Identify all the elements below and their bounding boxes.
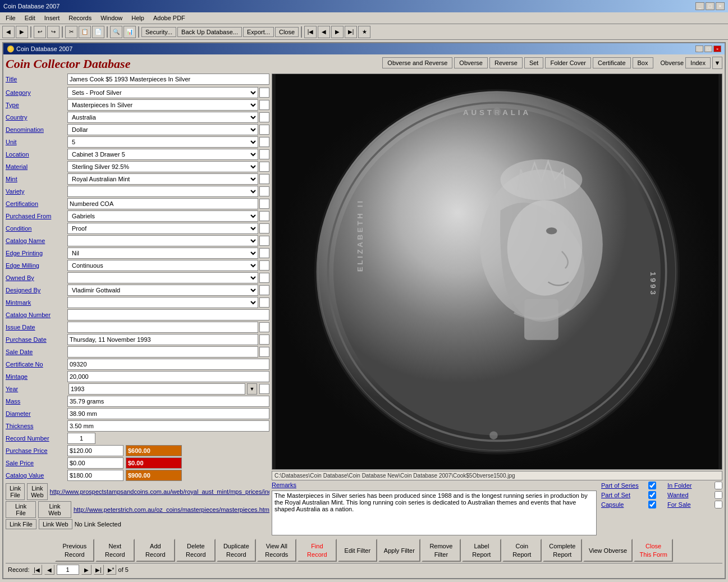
purchase-price-input2[interactable] bbox=[126, 445, 182, 456]
category-label[interactable]: Category bbox=[6, 89, 67, 96]
close-os-btn[interactable]: × bbox=[716, 2, 725, 10]
unit-check[interactable] bbox=[259, 137, 269, 147]
nav-next-btn[interactable]: ▶ bbox=[331, 26, 344, 38]
tab-folder-cover[interactable]: Folder Cover bbox=[545, 57, 591, 68]
type-select[interactable]: Masterpieces In Silver bbox=[67, 99, 258, 111]
menu-window[interactable]: Window bbox=[97, 13, 126, 22]
app-close-btn[interactable]: × bbox=[713, 45, 721, 52]
issue-date-input[interactable] bbox=[67, 322, 258, 333]
mass-label[interactable]: Mass bbox=[6, 398, 67, 405]
toolbar-btn-6[interactable]: 📋 bbox=[79, 26, 91, 38]
material-label[interactable]: Material bbox=[6, 163, 67, 170]
mass-input[interactable] bbox=[67, 396, 269, 407]
purchase-date-check[interactable] bbox=[259, 334, 269, 345]
denomination-check[interactable] bbox=[259, 125, 269, 135]
nav-first-btn[interactable]: |◀ bbox=[304, 26, 317, 38]
diameter-input[interactable] bbox=[67, 408, 269, 419]
tab-set[interactable]: Set bbox=[524, 57, 544, 68]
sale-date-input[interactable] bbox=[67, 346, 258, 358]
toolbar-btn-2[interactable]: ▶ bbox=[16, 26, 28, 38]
category-check[interactable] bbox=[259, 88, 269, 98]
issue-date-check[interactable] bbox=[259, 322, 269, 332]
mint-check[interactable] bbox=[259, 174, 269, 184]
menu-edit[interactable]: Edit bbox=[21, 13, 39, 22]
tab-certificate[interactable]: Certificate bbox=[593, 57, 631, 68]
wanted-label[interactable]: Wanted bbox=[667, 492, 712, 498]
apply-filter-btn[interactable]: Apply Filter bbox=[378, 539, 420, 562]
location-label[interactable]: Location bbox=[6, 151, 67, 158]
menu-adobe[interactable]: Adobe PDF bbox=[150, 13, 189, 22]
title-input[interactable] bbox=[67, 74, 269, 85]
mint-label[interactable]: Mint bbox=[6, 176, 67, 182]
tab-obverse-reverse[interactable]: Obverse and Reverse bbox=[382, 57, 452, 68]
year-input[interactable] bbox=[68, 383, 245, 395]
thickness-label[interactable]: Thickness bbox=[6, 423, 67, 429]
year-dropdown[interactable]: ▼ bbox=[247, 383, 257, 395]
sale-date-check[interactable] bbox=[259, 347, 269, 357]
remove-filter-btn[interactable]: RemoveFilter bbox=[422, 539, 461, 562]
purchased-from-check[interactable] bbox=[259, 211, 269, 221]
title-label[interactable]: Title bbox=[6, 76, 67, 83]
purchase-date-label[interactable]: Purchase Date bbox=[6, 336, 67, 343]
catalog-value-input2[interactable] bbox=[126, 470, 182, 481]
capsule-label[interactable]: Capsule bbox=[601, 501, 646, 508]
condition-check[interactable] bbox=[259, 223, 269, 233]
add-record-btn[interactable]: AddRecord bbox=[136, 539, 175, 562]
remarks-label[interactable]: Remarks bbox=[272, 482, 296, 488]
link-web-btn-3[interactable]: Link Web bbox=[39, 519, 72, 529]
part-of-series-check[interactable] bbox=[648, 482, 656, 489]
sale-date-label[interactable]: Sale Date bbox=[6, 349, 67, 355]
toolbar-btn-1[interactable]: ◀ bbox=[2, 26, 15, 38]
sale-price-label[interactable]: Sale Price bbox=[6, 460, 67, 466]
category-select[interactable]: Sets - Proof Silver bbox=[67, 87, 258, 98]
edge-printing-label[interactable]: Edge Printing bbox=[6, 250, 67, 256]
link-file-btn-2[interactable]: Link File bbox=[6, 501, 36, 518]
condition-label[interactable]: Condition bbox=[6, 225, 67, 232]
certification-input[interactable] bbox=[67, 198, 258, 209]
catalog-number-input[interactable] bbox=[67, 309, 269, 320]
link-web-btn-1[interactable]: Link Web bbox=[27, 483, 47, 500]
app-maximize-btn[interactable]: □ bbox=[704, 45, 712, 52]
nav-last-btn[interactable]: ▶| bbox=[345, 26, 357, 38]
certification-check[interactable] bbox=[259, 199, 269, 209]
country-select[interactable]: Australia bbox=[67, 112, 258, 123]
certificate-no-label[interactable]: Certificate No bbox=[6, 361, 67, 368]
view-all-records-btn[interactable]: View AllRecords bbox=[257, 539, 296, 562]
toolbar-btn-5[interactable]: ✂ bbox=[65, 26, 77, 38]
backup-btn[interactable]: Back Up Database... bbox=[177, 27, 242, 37]
minimize-btn[interactable]: _ bbox=[695, 2, 704, 10]
toolbar-btn-7[interactable]: 📄 bbox=[92, 26, 104, 38]
purchased-from-label[interactable]: Purchased From bbox=[6, 213, 67, 219]
app-minimize-btn[interactable]: _ bbox=[695, 45, 703, 52]
in-folder-check[interactable] bbox=[715, 482, 722, 489]
mintage-input[interactable] bbox=[67, 371, 269, 382]
tab-obverse[interactable]: Obverse bbox=[454, 57, 488, 68]
export-btn[interactable]: Export... bbox=[243, 27, 274, 37]
unit-select[interactable]: 5 bbox=[67, 136, 258, 148]
record-nav-new[interactable]: ▶* bbox=[106, 565, 116, 575]
material-check[interactable] bbox=[259, 162, 269, 172]
issue-date-label[interactable]: Issue Date bbox=[6, 324, 67, 331]
next-record-btn[interactable]: NextRecord bbox=[95, 539, 135, 562]
edge-milling-label[interactable]: Edge Milling bbox=[6, 262, 67, 269]
variety-label[interactable]: Variety bbox=[6, 188, 67, 195]
catalog-number-label[interactable]: Catalog Number bbox=[6, 311, 67, 318]
security-btn[interactable]: Security... bbox=[141, 27, 176, 37]
purchase-date-input[interactable] bbox=[67, 334, 258, 345]
nav-new-btn[interactable]: ★ bbox=[358, 26, 370, 38]
toolbar-btn-8[interactable]: 🔍 bbox=[110, 26, 122, 38]
location-select[interactable]: Cabinet 3 Drawer 5 bbox=[67, 149, 258, 160]
close-toolbar-btn[interactable]: Close bbox=[275, 27, 299, 37]
view-obverse-btn[interactable]: View Obverse bbox=[583, 539, 633, 562]
denomination-select[interactable]: Dollar bbox=[67, 124, 258, 135]
link-web-btn-2[interactable]: Link Web bbox=[38, 501, 71, 518]
tab-reverse[interactable]: Reverse bbox=[489, 57, 523, 68]
condition-select[interactable]: Proof bbox=[67, 223, 258, 234]
owned-by-select[interactable] bbox=[67, 272, 258, 283]
unit-label[interactable]: Unit bbox=[6, 139, 67, 145]
menu-help[interactable]: Help bbox=[128, 13, 148, 22]
link-file-btn-3[interactable]: Link File bbox=[6, 519, 36, 529]
record-number-label[interactable]: Record Number bbox=[6, 435, 67, 442]
maximize-btn[interactable]: □ bbox=[706, 2, 715, 10]
purchase-price-input1[interactable] bbox=[67, 445, 123, 456]
